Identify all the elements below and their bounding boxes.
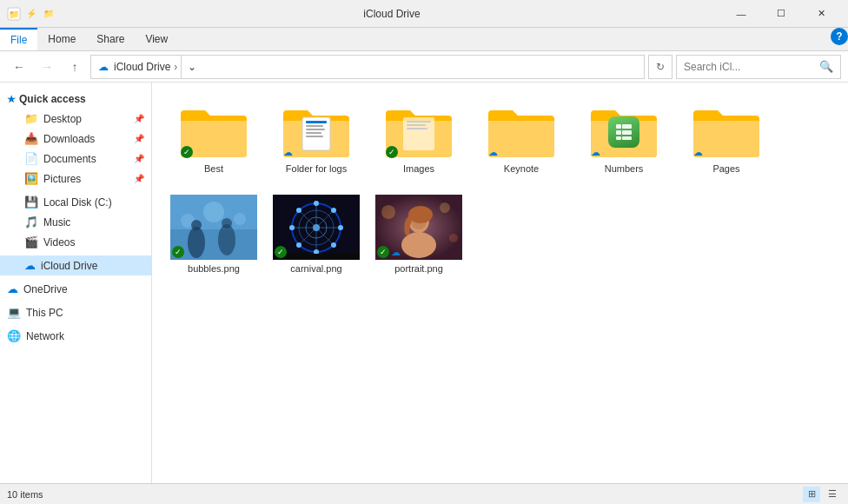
minimize-button[interactable]: — bbox=[721, 1, 761, 27]
sidebar-item-onedrive[interactable]: ☁ OneDrive bbox=[0, 279, 151, 299]
help-button[interactable]: ? bbox=[831, 28, 848, 45]
sidebar-item-network[interactable]: 🌐 Network bbox=[0, 326, 151, 346]
maximize-button[interactable]: ☐ bbox=[761, 1, 801, 27]
file-carnival[interactable]: ✓ carnival.png bbox=[268, 188, 364, 281]
portrait-thumb-wrapper: ✓ ☁ bbox=[375, 195, 462, 260]
address-path-text: iCloud Drive bbox=[114, 61, 170, 73]
drive-icon: 💾 bbox=[24, 196, 38, 209]
title-bar-icons: 📁 ⚡ 📁 bbox=[7, 7, 56, 21]
tab-view[interactable]: View bbox=[135, 28, 178, 50]
svg-rect-16 bbox=[616, 136, 621, 140]
svg-point-44 bbox=[331, 242, 336, 248]
file-portrait-name: portrait.png bbox=[394, 263, 443, 274]
folder-best-icon: ✓ bbox=[179, 103, 248, 160]
file-carnival-name: carnival.png bbox=[290, 263, 341, 274]
folder-pages-name: Pages bbox=[712, 163, 739, 174]
pin-icon: 📌 bbox=[134, 114, 144, 123]
quick-access-header[interactable]: ★ Quick access bbox=[0, 90, 151, 109]
svg-point-47 bbox=[381, 205, 395, 219]
sidebar-item-desktop[interactable]: 📁 Desktop 📌 bbox=[0, 109, 151, 129]
svg-rect-15 bbox=[622, 130, 632, 135]
file-bubbles[interactable]: ✓ bubbles.png bbox=[166, 188, 262, 281]
svg-rect-5 bbox=[306, 129, 325, 130]
svg-point-24 bbox=[191, 220, 202, 230]
folder-keynote-name: Keynote bbox=[504, 163, 539, 174]
sidebar: ★ Quick access 📁 Desktop 📌 📥 Downloads 📌… bbox=[0, 83, 152, 483]
content-area: ✓ Best ☁ Folder for logs bbox=[152, 83, 848, 483]
cloud-badge-logs: ☁ bbox=[283, 147, 293, 158]
tab-home[interactable]: Home bbox=[37, 28, 86, 50]
details-view-button[interactable]: ☰ bbox=[824, 487, 841, 502]
search-icon: 🔍 bbox=[819, 60, 833, 73]
sidebar-item-pictures[interactable]: 🖼️ Pictures 📌 bbox=[0, 169, 151, 189]
folder-numbers[interactable]: ☁ Numbers bbox=[576, 96, 672, 181]
address-dropdown[interactable]: ⌄ bbox=[181, 55, 202, 79]
up-button[interactable]: ↑ bbox=[63, 55, 87, 79]
sidebar-item-pictures-label: Pictures bbox=[43, 173, 81, 185]
pin-icon-docs: 📌 bbox=[134, 154, 144, 163]
thispc-section: 💻 This PC bbox=[0, 302, 151, 322]
cloud-badge-numbers: ☁ bbox=[591, 147, 600, 158]
svg-rect-19 bbox=[170, 229, 257, 260]
svg-rect-11 bbox=[407, 128, 427, 129]
local-disk-section: 💾 Local Disk (C:) 🎵 Music 🎬 Videos bbox=[0, 192, 151, 252]
folder-keynote-icon: ☁ bbox=[487, 103, 556, 160]
title-bar: 📁 ⚡ 📁 iCloud Drive — ☐ ✕ bbox=[0, 0, 848, 28]
bubbles-thumb-wrapper: ✓ bbox=[170, 195, 257, 260]
video-icon: 🎬 bbox=[24, 235, 38, 249]
back-button[interactable]: ← bbox=[7, 55, 31, 79]
sidebar-item-thispc[interactable]: 💻 This PC bbox=[0, 302, 151, 322]
ribbon: File Home Share View ? bbox=[0, 28, 848, 51]
svg-rect-14 bbox=[616, 130, 621, 135]
view-controls: ⊞ ☰ bbox=[803, 487, 841, 502]
pictures-folder-icon: 🖼️ bbox=[24, 172, 38, 185]
sidebar-item-downloads[interactable]: 📥 Downloads 📌 bbox=[0, 129, 151, 149]
pin-icon-pics: 📌 bbox=[134, 174, 144, 183]
folder-images[interactable]: ✓ Images bbox=[371, 96, 467, 181]
svg-point-25 bbox=[218, 224, 235, 255]
onedrive-section: ☁ OneDrive bbox=[0, 279, 151, 299]
icloud-icon: ☁ bbox=[24, 259, 36, 272]
tab-file[interactable]: File bbox=[0, 28, 37, 50]
cloud-badge-pages: ☁ bbox=[693, 147, 703, 158]
folder-logs-name: Folder for logs bbox=[286, 163, 347, 174]
svg-rect-7 bbox=[306, 136, 323, 137]
window-title: iCloud Drive bbox=[63, 8, 721, 20]
synced-badge-portrait: ✓ bbox=[377, 246, 389, 258]
sidebar-item-music[interactable]: 🎵 Music bbox=[0, 212, 151, 232]
svg-rect-13 bbox=[622, 124, 632, 129]
folder-logs[interactable]: ☁ Folder for logs bbox=[268, 96, 364, 181]
svg-rect-12 bbox=[616, 124, 621, 129]
folder-best[interactable]: ✓ Best bbox=[166, 96, 262, 181]
refresh-button[interactable]: ↻ bbox=[648, 55, 672, 79]
folder-icon: 📁 bbox=[24, 112, 38, 125]
synced-badge-images: ✓ bbox=[386, 146, 398, 158]
sidebar-item-icloud[interactable]: ☁ iCloud Drive bbox=[0, 255, 151, 275]
search-input[interactable] bbox=[684, 61, 816, 73]
address-path[interactable]: ☁ iCloud Drive › ⌄ bbox=[90, 55, 645, 79]
folder-best-name: Best bbox=[204, 163, 223, 174]
sidebar-item-videos[interactable]: 🎬 Videos bbox=[0, 232, 151, 252]
folder-icon-small: 📁 bbox=[42, 7, 56, 21]
search-box: 🔍 bbox=[676, 55, 841, 79]
svg-point-40 bbox=[338, 225, 343, 230]
tab-share[interactable]: Share bbox=[86, 28, 135, 50]
svg-point-37 bbox=[314, 201, 319, 206]
sidebar-item-documents[interactable]: 📄 Documents 📌 bbox=[0, 149, 151, 169]
close-button[interactable]: ✕ bbox=[801, 1, 841, 27]
thispc-icon: 💻 bbox=[7, 306, 21, 319]
network-section: 🌐 Network bbox=[0, 326, 151, 346]
item-count: 10 items bbox=[7, 489, 43, 500]
forward-button[interactable]: → bbox=[35, 55, 59, 79]
sidebar-item-local-disk[interactable]: 💾 Local Disk (C:) bbox=[0, 192, 151, 212]
large-icons-view-button[interactable]: ⊞ bbox=[803, 487, 820, 502]
carnival-thumb-wrapper: ✓ bbox=[273, 195, 360, 260]
folder-pages[interactable]: ☁ Pages bbox=[679, 96, 774, 181]
cloud-icon-address: ☁ bbox=[98, 61, 109, 73]
address-chevron: › bbox=[174, 61, 177, 73]
sidebar-item-onedrive-label: OneDrive bbox=[23, 283, 68, 295]
sidebar-item-icloud-label: iCloud Drive bbox=[41, 260, 97, 272]
folder-keynote[interactable]: ☁ Keynote bbox=[474, 96, 569, 181]
svg-rect-4 bbox=[306, 125, 323, 127]
file-portrait[interactable]: ✓ ☁ portrait.png bbox=[371, 188, 467, 281]
